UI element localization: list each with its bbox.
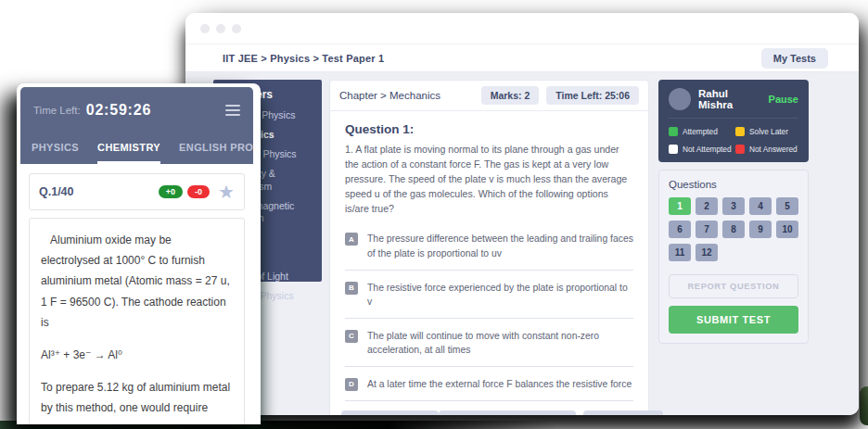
legend-not-answered: Not Answered (735, 145, 798, 154)
mobile-question-text-2: To prepare 5.12 kg of aluminium metal by… (41, 377, 233, 418)
legend-not-attempted-label: Not Attempted (683, 145, 732, 154)
user-card: Rahul Mishra Pause Attempted Solve Later (658, 80, 809, 162)
option-c-letter: C (345, 330, 358, 343)
grid-spacer (669, 261, 798, 274)
legend-attempted-label: Attempted (683, 127, 718, 136)
question-number-grid: 1 2 3 4 5 6 7 8 9 10 11 12 (669, 197, 798, 261)
chapter-breadcrumb: Chapter > Mechanics (339, 90, 474, 101)
attempted-color-swatch (669, 127, 678, 136)
window-minimize-dot[interactable] (216, 24, 225, 33)
option-d-text: At a later time the external force F bal… (367, 377, 632, 391)
submit-test-button[interactable]: SUBMIT TEST (669, 306, 798, 334)
option-b-letter: B (345, 282, 358, 295)
legend-solve-later-label: Solve Later (749, 127, 788, 136)
breadcrumb[interactable]: IIT JEE > Physics > Test Paper 1 (223, 53, 384, 64)
user-name: Rahul Mishra (698, 88, 761, 110)
side-panel: Rahul Mishra Pause Attempted Solve Later (658, 80, 809, 344)
tab-chemistry[interactable]: CHEMISTRY (97, 133, 160, 164)
legend-not-answered-label: Not Answered (749, 145, 798, 154)
option-a-text: The pressure difference between the lead… (367, 232, 633, 259)
positive-marks-badge: +0 (159, 185, 183, 198)
question-body: Question 1: 1. A flat plate is moving no… (330, 111, 648, 401)
mobile-question-text-1: Aluminium oxide may be electrolysed at 1… (41, 230, 233, 333)
desktop-window: IIT JEE > Physics > Test Paper 1 My Test… (185, 13, 859, 415)
report-question-button[interactable]: REPORT QUESTION (669, 274, 798, 298)
marks-badge: Marks: 2 (481, 86, 540, 105)
status-legend: Attempted Solve Later Not Attempted (669, 127, 798, 154)
question-panel: Chapter > Mechanics Marks: 2 Time Left: … (329, 80, 649, 415)
not-answered-color-swatch (735, 145, 745, 154)
legend-not-attempted: Not Attempted (669, 145, 732, 154)
solve-later-button[interactable]: Solve this question later (439, 410, 575, 415)
mobile-subject-tabs: PHYSICS CHEMISTRY ENGLISH PROFICIENCY (20, 133, 253, 164)
window-content: Chapters General Physics Mechanics Therm… (185, 72, 859, 415)
bookmark-star-icon[interactable]: ★ (218, 183, 235, 201)
pause-button[interactable]: Pause (769, 94, 798, 105)
mobile-time-left-label: Time Left: (33, 105, 81, 116)
window-close-dot[interactable] (200, 24, 210, 33)
mobile-question-card: Aluminium oxide may be electrolysed at 1… (29, 218, 245, 424)
question-cell-11[interactable]: 11 (669, 244, 691, 261)
question-cell-2[interactable]: 2 (696, 197, 718, 215)
question-cell-1[interactable]: 1 (669, 197, 691, 215)
clear-response-button[interactable]: Clear Response (341, 410, 439, 415)
save-next-button[interactable]: Save & Next (583, 410, 664, 415)
option-d-letter: D (345, 378, 358, 391)
question-cell-5[interactable]: 5 (776, 197, 798, 215)
option-d[interactable]: D At a later time the external force F b… (345, 367, 633, 401)
mobile-body: Q.1/40 +0 -0 ★ Aluminium oxide may be el… (20, 164, 253, 424)
legend-attempted: Attempted (669, 127, 732, 136)
breadcrumb-bar: IIT JEE > Physics > Test Paper 1 My Test… (185, 44, 859, 72)
solve-later-color-swatch (735, 127, 745, 136)
option-a-letter: A (345, 233, 358, 246)
question-title: Question 1: (345, 122, 633, 136)
option-c-text: The plate will continue to move with con… (367, 329, 633, 357)
tab-english-proficiency[interactable]: ENGLISH PROFICIENCY (179, 133, 253, 164)
question-cell-9[interactable]: 9 (749, 221, 772, 238)
question-cell-7[interactable]: 7 (696, 221, 718, 238)
my-tests-button[interactable]: My Tests (761, 48, 828, 69)
mobile-time-left-value: 02:59:26 (86, 102, 151, 119)
legend-solve-later: Solve Later (735, 127, 798, 136)
questions-title: Questions (669, 179, 798, 190)
window-titlebar (185, 13, 859, 44)
option-b-text: The resistive force experienced by the p… (367, 281, 633, 309)
question-cell-8[interactable]: 8 (722, 221, 745, 238)
mobile-screen: Time Left: 02:59:26 PHYSICS CHEMISTRY EN… (20, 87, 253, 424)
plant-decoration (860, 386, 868, 425)
mobile-question-header: Q.1/40 +0 -0 ★ (29, 173, 245, 210)
user-row: Rahul Mishra Pause (669, 88, 798, 119)
hamburger-menu-icon[interactable] (225, 105, 240, 116)
question-text: 1. A flat plate is moving normal to its … (345, 143, 633, 216)
negative-marks-badge: -0 (187, 185, 210, 198)
question-panel-header: Chapter > Mechanics Marks: 2 Time Left: … (330, 81, 648, 111)
tab-physics[interactable]: PHYSICS (32, 133, 79, 164)
option-c[interactable]: C The plate will continue to move with c… (345, 319, 633, 367)
option-b[interactable]: B The resistive force experienced by the… (345, 271, 633, 319)
question-cell-4[interactable]: 4 (749, 197, 772, 215)
window-maximize-dot[interactable] (232, 24, 241, 33)
question-cell-6[interactable]: 6 (669, 221, 691, 238)
question-cell-3[interactable]: 3 (722, 197, 745, 215)
not-attempted-color-swatch (669, 145, 678, 154)
mobile-device: Time Left: 02:59:26 PHYSICS CHEMISTRY EN… (17, 83, 261, 424)
stage: IIT JEE > Physics > Test Paper 1 My Test… (0, 0, 868, 429)
mobile-question-number: Q.1/40 (39, 185, 154, 198)
question-cell-10[interactable]: 10 (776, 221, 798, 238)
cathode-reaction-equation: Al³⁺ + 3e⁻ → Al⁰ (41, 345, 233, 365)
mobile-header: Time Left: 02:59:26 (20, 87, 253, 133)
questions-panel: Questions 1 2 3 4 5 6 7 8 9 10 11 12 (658, 170, 809, 344)
question-cell-12[interactable]: 12 (696, 244, 718, 261)
question-footer: Clear Response Solve this question later… (330, 401, 648, 415)
avatar (669, 88, 691, 110)
time-left-badge: Time Left: 25:06 (546, 86, 639, 105)
option-a[interactable]: A The pressure difference between the le… (345, 221, 633, 270)
